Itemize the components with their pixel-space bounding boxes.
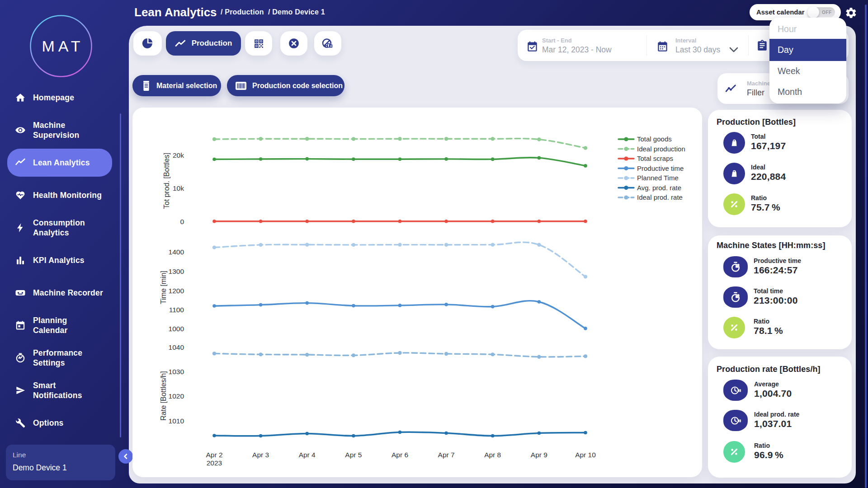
svg-text:Productive time: Productive time	[637, 164, 684, 172]
svg-text:1010: 1010	[169, 417, 184, 425]
svg-text:Apr 7: Apr 7	[438, 451, 455, 459]
svg-text:Rate [Bottles/h]: Rate [Bottles/h]	[160, 371, 167, 420]
svg-text:Total scraps: Total scraps	[637, 155, 673, 162]
svg-text:Ideal prod. rate: Ideal prod. rate	[637, 193, 683, 201]
svg-text:1400: 1400	[169, 248, 184, 256]
svg-text:Time [min]: Time [min]	[160, 271, 167, 304]
svg-text:10k: 10k	[173, 184, 184, 192]
svg-text:Ideal production: Ideal production	[637, 145, 685, 153]
svg-text:Apr 10: Apr 10	[575, 451, 596, 459]
svg-text:Apr 5: Apr 5	[345, 451, 362, 459]
svg-text:Planned Time: Planned Time	[637, 174, 679, 182]
svg-text:0: 0	[180, 218, 184, 225]
svg-text:1030: 1030	[169, 368, 184, 375]
svg-text:Total goods: Total goods	[637, 135, 672, 143]
svg-text:Avg. prod. rate: Avg. prod. rate	[637, 184, 681, 192]
svg-text:1040: 1040	[169, 343, 184, 351]
svg-text:2023: 2023	[207, 459, 222, 467]
svg-text:1300: 1300	[169, 267, 184, 275]
svg-text:Apr 2: Apr 2	[206, 451, 222, 459]
svg-text:20k: 20k	[173, 151, 184, 159]
svg-text:Apr 9: Apr 9	[531, 451, 547, 459]
svg-text:Apr 4: Apr 4	[299, 451, 316, 459]
svg-text:1200: 1200	[169, 287, 184, 295]
svg-text:1020: 1020	[169, 392, 184, 400]
svg-text:1000: 1000	[169, 325, 184, 333]
svg-text:Apr 6: Apr 6	[392, 451, 408, 459]
svg-text:Apr 8: Apr 8	[484, 451, 501, 459]
svg-text:1100: 1100	[169, 306, 184, 314]
svg-text:Apr 3: Apr 3	[252, 451, 269, 459]
svg-text:Tot prod. [Bottles]: Tot prod. [Bottles]	[163, 153, 170, 209]
